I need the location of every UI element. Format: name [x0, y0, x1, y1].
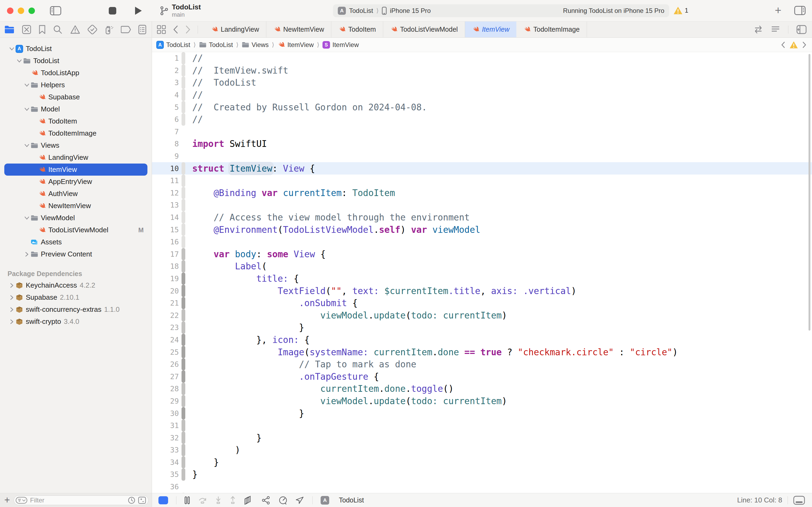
swap-editor-icon[interactable] — [754, 25, 763, 34]
line-number[interactable]: 24 — [152, 336, 179, 344]
line-number[interactable]: 12 — [152, 189, 179, 197]
disclosure-chevron-icon[interactable] — [23, 108, 31, 111]
filter-field[interactable]: Filter — [14, 496, 149, 505]
breadcrumb-item-itemview[interactable]: ItemView — [277, 41, 313, 49]
code-line-28[interactable]: 28 currentItem.done.toggle() — [152, 383, 812, 395]
breakpoint-navigator-icon[interactable] — [121, 25, 131, 34]
minimize-window-button[interactable] — [18, 7, 24, 14]
breadcrumb-item-todolist[interactable]: TodoList — [199, 41, 233, 49]
toggle-left-sidebar-icon[interactable] — [50, 6, 61, 15]
line-number[interactable]: 20 — [152, 287, 179, 295]
code-line-35[interactable]: 35} — [152, 468, 812, 481]
recent-files-clock-icon[interactable] — [128, 497, 135, 504]
code-line-29[interactable]: 29 viewModel.update(todo: currentItem) — [152, 395, 812, 407]
code-line-33[interactable]: 33 ) — [152, 444, 812, 456]
code-line-26[interactable]: 26 // Tap to mark as done — [152, 358, 812, 371]
line-number[interactable]: 30 — [152, 409, 179, 417]
pause-execution-icon[interactable] — [184, 496, 190, 504]
package-item-keychainaccess[interactable]: KeychainAccess4.2.2 — [4, 279, 148, 291]
disclosure-chevron-icon[interactable] — [8, 47, 15, 51]
close-window-button[interactable] — [7, 7, 13, 14]
scm-status-filter-icon[interactable] — [138, 497, 146, 504]
add-editor-icon[interactable] — [797, 25, 807, 34]
tree-item-views[interactable]: Views — [4, 139, 148, 152]
package-item-swift-crypto[interactable]: swift-crypto3.4.0 — [4, 316, 148, 328]
tree-item-todolistviewmodel[interactable]: TodoListViewModelM — [4, 224, 148, 236]
related-items-icon[interactable] — [157, 25, 166, 34]
tree-item-authview[interactable]: AuthView — [4, 188, 148, 200]
report-navigator-icon[interactable] — [138, 25, 147, 35]
code-line-30[interactable]: 30 } — [152, 407, 812, 419]
code-line-23[interactable]: 23 } — [152, 322, 812, 334]
code-line-15[interactable]: 15 @Environment(TodoListViewModel.self) … — [152, 223, 812, 236]
editor-options-icon[interactable] — [771, 25, 780, 34]
tree-item-newitemview[interactable]: NewItemView — [4, 200, 148, 212]
line-number[interactable]: 19 — [152, 274, 179, 283]
code-line-4[interactable]: 4// — [152, 89, 812, 101]
code-line-14[interactable]: 14 // Access the view model through the … — [152, 211, 812, 224]
line-number[interactable]: 33 — [152, 446, 179, 454]
line-number[interactable]: 6 — [152, 115, 179, 123]
issue-warning-icon[interactable] — [790, 41, 798, 49]
line-number[interactable]: 28 — [152, 385, 179, 393]
vertical-scrollbar[interactable] — [809, 54, 810, 331]
line-number[interactable]: 5 — [152, 103, 179, 111]
line-number[interactable]: 1 — [152, 54, 179, 62]
code-line-36[interactable]: 36 — [152, 481, 812, 493]
code-line-11[interactable]: 11 — [152, 175, 812, 187]
tree-item-todolist[interactable]: TodoList — [4, 55, 148, 67]
line-number[interactable]: 16 — [152, 238, 179, 246]
add-file-button[interactable]: + — [4, 496, 10, 504]
line-number[interactable]: 23 — [152, 323, 179, 332]
issue-navigator-icon[interactable] — [70, 25, 80, 34]
line-number[interactable]: 4 — [152, 91, 179, 99]
tree-item-todoitem[interactable]: TodoItem — [4, 115, 148, 127]
code-line-31[interactable]: 31 — [152, 419, 812, 432]
code-line-12[interactable]: 12 @Binding var currentItem: TodoItem — [152, 187, 812, 199]
line-number[interactable]: 25 — [152, 348, 179, 356]
tree-item-viewmodel[interactable]: ViewModel — [4, 212, 148, 224]
code-line-2[interactable]: 2// ItemView.swift — [152, 64, 812, 77]
disclosure-chevron-icon[interactable] — [23, 83, 31, 87]
code-line-20[interactable]: 20 TextField("", text: $currentItem.titl… — [152, 285, 812, 297]
simulate-location-icon[interactable] — [296, 496, 304, 505]
bookmark-navigator-icon[interactable] — [39, 25, 46, 35]
line-number[interactable]: 8 — [152, 139, 179, 148]
memory-graph-icon[interactable] — [261, 496, 271, 505]
code-line-34[interactable]: 34 } — [152, 456, 812, 468]
go-forward-icon[interactable] — [185, 25, 191, 34]
line-number[interactable]: 2 — [152, 66, 179, 75]
code-line-24[interactable]: 24 }, icon: { — [152, 334, 812, 346]
disclosure-chevron-icon[interactable] — [8, 295, 15, 300]
line-number[interactable]: 31 — [152, 421, 179, 430]
code-line-25[interactable]: 25 Image(systemName: currentItem.done ==… — [152, 346, 812, 358]
run-button[interactable] — [134, 6, 142, 15]
tab-landingview[interactable]: LandingView — [204, 21, 267, 37]
code-line-6[interactable]: 6// — [152, 113, 812, 126]
tab-newitemview[interactable]: NewItemView — [267, 21, 331, 37]
code-line-10[interactable]: 10struct ItemView: View { — [152, 162, 812, 175]
warning-counter[interactable]: 1 — [674, 6, 688, 14]
line-number[interactable]: 14 — [152, 213, 179, 222]
view-hierarchy-icon[interactable] — [244, 496, 253, 505]
project-navigator-icon[interactable] — [4, 25, 14, 34]
line-number[interactable]: 26 — [152, 360, 179, 369]
code-line-1[interactable]: 1// — [152, 52, 812, 64]
code-line-32[interactable]: 32 } — [152, 432, 812, 444]
code-line-18[interactable]: 18 Label( — [152, 260, 812, 273]
code-editor[interactable]: 1//2// ItemView.swift3// TodoList4//5// … — [152, 52, 812, 493]
line-number[interactable]: 22 — [152, 311, 179, 320]
code-line-22[interactable]: 22 viewModel.update(todo: currentItem) — [152, 309, 812, 322]
tree-item-todolist[interactable]: ATodoList — [4, 43, 148, 55]
code-line-5[interactable]: 5// Created by Russell Gordon on 2024-04… — [152, 101, 812, 113]
breadcrumb-item-itemview[interactable]: SItemView — [323, 41, 359, 49]
tree-item-todoitemimage[interactable]: TodoItemImage — [4, 127, 148, 139]
line-number[interactable]: 36 — [152, 483, 179, 491]
find-navigator-icon[interactable] — [53, 25, 63, 35]
disclosure-chevron-icon[interactable] — [8, 283, 15, 288]
tree-item-itemview[interactable]: ItemView — [4, 164, 148, 176]
running-process-name[interactable]: TodoList — [339, 496, 364, 504]
tree-item-appentryview[interactable]: AppEntryView — [4, 176, 148, 188]
test-navigator-icon[interactable] — [88, 25, 97, 35]
toggle-right-sidebar-icon[interactable] — [794, 6, 806, 15]
